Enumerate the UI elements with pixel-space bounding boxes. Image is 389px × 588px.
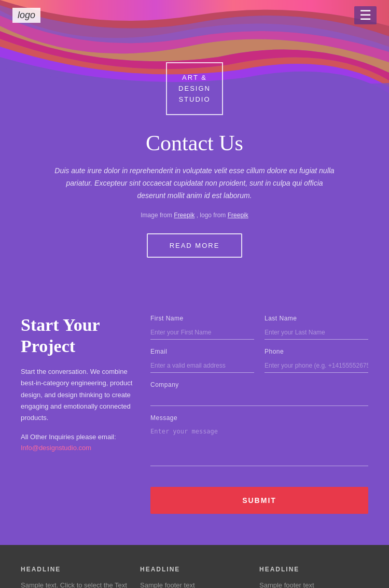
hamburger-icon[interactable]: ☰ xyxy=(354,6,377,24)
contact-title: Contact Us xyxy=(146,131,243,156)
message-input[interactable] xyxy=(150,425,368,466)
form-message-row: Message xyxy=(150,414,368,466)
email-label: Email xyxy=(150,348,254,355)
submit-button[interactable]: SUBMIT xyxy=(150,487,368,514)
freepik-link-2[interactable]: Freepik xyxy=(228,212,248,219)
footer-text-2: Sample footer text xyxy=(140,580,249,588)
hero-section: ART & DESIGN STUDIO Contact Us Duis aute… xyxy=(0,0,389,289)
company-label: Company xyxy=(150,381,368,388)
studio-text: ART & DESIGN STUDIO xyxy=(178,74,211,103)
message-label: Message xyxy=(150,414,368,422)
company-group: Company xyxy=(150,381,368,406)
footer: HEADLINE Sample text. Click to select th… xyxy=(0,545,389,588)
message-group: Message xyxy=(150,414,368,466)
email-group: Email xyxy=(150,348,254,373)
project-title: Start Your Project xyxy=(21,315,135,357)
form-company-row: Company xyxy=(150,381,368,406)
navbar: logo ☰ xyxy=(0,0,389,31)
footer-headline-1: HEADLINE xyxy=(21,566,130,573)
freepik-link-1[interactable]: Freepik xyxy=(174,212,195,219)
nav-logo: logo xyxy=(12,8,40,23)
first-name-label: First Name xyxy=(150,315,254,322)
project-section: Start Your Project Start the conversatio… xyxy=(0,289,389,545)
email-input[interactable] xyxy=(150,358,254,373)
last-name-group: Last Name xyxy=(265,315,368,340)
phone-group: Phone xyxy=(265,348,368,373)
last-name-input[interactable] xyxy=(265,325,368,340)
image-credit: Image from Freepik , logo from Freepik xyxy=(141,212,248,219)
contact-section: Contact Us Duis aute irure dolor in repr… xyxy=(0,115,389,288)
studio-logo-box: ART & DESIGN STUDIO xyxy=(166,62,223,115)
company-input[interactable] xyxy=(150,391,368,406)
phone-label: Phone xyxy=(265,348,368,355)
footer-text-1: Sample text. Click to select the Text El… xyxy=(21,580,130,588)
project-email-label: All Other Inquiries please email: xyxy=(21,433,135,441)
footer-col-2: HEADLINE Sample footer text xyxy=(140,566,249,588)
phone-input[interactable] xyxy=(265,358,368,373)
contact-description: Duis aute irure dolor in reprehenderit i… xyxy=(54,165,335,202)
contact-form: First Name Last Name Email Phone Company xyxy=(150,315,368,514)
form-name-row: First Name Last Name xyxy=(150,315,368,340)
last-name-label: Last Name xyxy=(265,315,368,322)
footer-headline-2: HEADLINE xyxy=(140,566,249,573)
footer-headline-3: HEADLINE xyxy=(259,566,368,573)
form-contact-row: Email Phone xyxy=(150,348,368,373)
footer-col-3: HEADLINE Sample footer text xyxy=(259,566,368,588)
footer-col-1: HEADLINE Sample text. Click to select th… xyxy=(21,566,130,588)
first-name-group: First Name xyxy=(150,315,254,340)
project-email-link[interactable]: Info@designstudio.com xyxy=(21,444,91,452)
footer-text-3: Sample footer text xyxy=(259,580,368,588)
read-more-button[interactable]: READ MORE xyxy=(147,233,243,258)
project-description: Start the conversation. We combine best-… xyxy=(21,366,135,423)
first-name-input[interactable] xyxy=(150,325,254,340)
project-left: Start Your Project Start the conversatio… xyxy=(21,315,135,514)
